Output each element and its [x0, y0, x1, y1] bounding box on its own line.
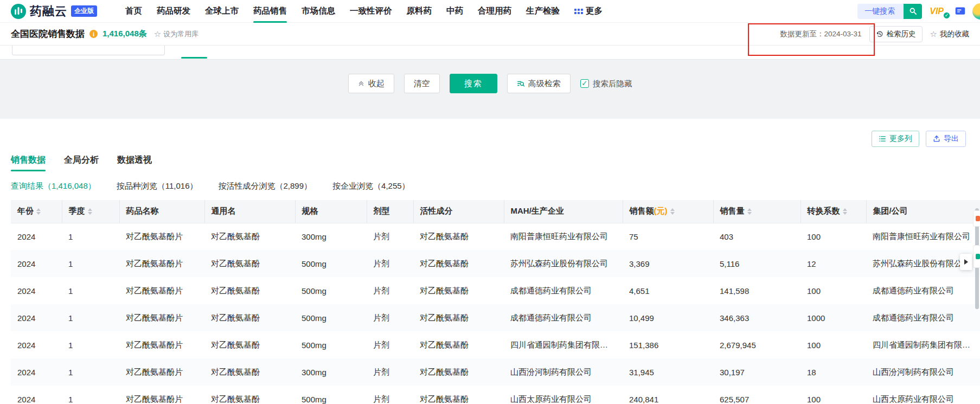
- search-icon-button[interactable]: [904, 4, 922, 19]
- column-label: 销售额: [630, 206, 654, 215]
- nav-item-more[interactable]: 更多: [574, 0, 603, 23]
- tab-sales-data[interactable]: 销售数据: [11, 155, 46, 171]
- nav-item-market-info[interactable]: 市场信息: [302, 0, 335, 23]
- table-cell: 对乙酰氨基酚: [204, 386, 295, 404]
- my-collection-label: 我的收藏: [940, 29, 969, 39]
- nav-item-drug-rd[interactable]: 药品研发: [157, 0, 190, 23]
- hide-after-search-label: 搜索后隐藏: [593, 79, 632, 89]
- sort-icon[interactable]: [747, 208, 752, 215]
- table-cell: 对乙酰氨基酚片: [119, 358, 204, 386]
- info-icon[interactable]: i: [89, 30, 98, 38]
- table-row[interactable]: 20241对乙酰氨基酚片对乙酰氨基酚500mg片剂对乙酰氨基酚苏州弘森药业股份有…: [11, 250, 980, 277]
- table-cell: 2024: [11, 250, 62, 277]
- logo[interactable]: 药融云 企业版: [11, 3, 97, 20]
- sort-icon[interactable]: [670, 208, 675, 215]
- table-cell: 100: [800, 331, 866, 358]
- table-cell: 10,499: [623, 304, 713, 331]
- column-label: 规格: [302, 206, 318, 215]
- nav-item-drug-sales[interactable]: 药品销售: [253, 0, 287, 23]
- table-row[interactable]: 20241对乙酰氨基酚片对乙酰氨基酚300mg片剂对乙酰氨基酚山西汾河制药有限公…: [11, 358, 980, 386]
- nav-item-home[interactable]: 首页: [125, 0, 142, 23]
- table-cell: 2024: [11, 304, 62, 331]
- check-icon: ✓: [943, 12, 950, 19]
- table-cell: 100: [800, 277, 866, 304]
- column-label: 剂型: [374, 206, 390, 215]
- data-updated-text: 数据更新至：2024-03-31: [780, 29, 861, 39]
- tab-global-analysis[interactable]: 全局分析: [64, 155, 99, 171]
- sort-icon[interactable]: [88, 208, 92, 215]
- table-cell: 2024: [11, 223, 62, 250]
- column-unit: (元): [654, 206, 668, 215]
- column-header[interactable]: 销售额(元): [623, 200, 713, 223]
- search-input-fragment[interactable]: [12, 46, 165, 55]
- avatar[interactable]: [972, 3, 980, 20]
- column-header[interactable]: 转换系数: [800, 200, 866, 223]
- advanced-search-button[interactable]: 高级检索: [507, 74, 571, 93]
- record-count: 1,416,048条: [103, 29, 147, 39]
- more-columns-button[interactable]: 更多列: [872, 131, 919, 147]
- nav-item-rational-use[interactable]: 合理用药: [478, 0, 511, 23]
- table-cell: 成都通德药业有限公司: [866, 277, 980, 304]
- hide-after-search-checkbox[interactable]: [580, 79, 589, 88]
- nav-item-label: 中药: [446, 5, 463, 17]
- table-row[interactable]: 20241对乙酰氨基酚片对乙酰氨基酚500mg片剂对乙酰氨基酚四川省通园制药集团…: [11, 331, 980, 358]
- edge-widget-icon: [976, 254, 980, 259]
- table-body: 20241对乙酰氨基酚片对乙酰氨基酚300mg片剂对乙酰氨基酚南阳普康恒旺药业有…: [11, 223, 980, 404]
- table-cell: 346,363: [713, 304, 800, 331]
- table-cell: 对乙酰氨基酚: [204, 277, 295, 304]
- nav-item-tcm[interactable]: 中药: [446, 0, 463, 23]
- nav-item-label: 原料药: [407, 5, 432, 17]
- result-link-by-product[interactable]: 按品种浏览（11,016）: [117, 181, 198, 191]
- column-header[interactable]: 季度: [62, 200, 119, 223]
- edge-widget-fragment-top[interactable]: [973, 210, 980, 227]
- workbench-icon[interactable]: [955, 5, 966, 17]
- column-header[interactable]: 销售量: [713, 200, 800, 223]
- table-cell: 片剂: [367, 331, 413, 358]
- column-label: 通用名: [212, 206, 236, 215]
- table-cell: 对乙酰氨基酚: [204, 331, 295, 358]
- search-button[interactable]: 搜索: [450, 74, 497, 93]
- vip-badge[interactable]: VIP ✓: [930, 7, 947, 16]
- nav-item-label: 合理用药: [478, 5, 511, 17]
- result-link-by-company[interactable]: 按企业浏览（4,255）: [332, 181, 410, 191]
- star-outline-icon: ☆: [154, 29, 161, 39]
- sort-icon[interactable]: [36, 208, 41, 215]
- result-link-by-ingredient[interactable]: 按活性成分浏览（2,899）: [219, 181, 312, 191]
- hide-after-search-toggle[interactable]: 搜索后隐藏: [580, 79, 632, 89]
- column-header: 药品名称: [119, 200, 204, 223]
- table-cell: 对乙酰氨基酚片: [119, 277, 204, 304]
- table-cell: 对乙酰氨基酚: [413, 223, 504, 250]
- edge-widget-fragment-bottom[interactable]: [973, 245, 980, 268]
- my-collection-button[interactable]: ☆ 我的收藏: [930, 29, 969, 39]
- table-cell: 成都通德药业有限公司: [504, 277, 623, 304]
- table-cell: 1: [62, 223, 119, 250]
- table-row[interactable]: 20241对乙酰氨基酚片对乙酰氨基酚500mg片剂对乙酰氨基酚成都通德药业有限公…: [11, 304, 980, 331]
- result-link-query: 查询结果（1,416,048）: [11, 181, 96, 191]
- table-cell: 四川省通园制药集团有限…: [866, 331, 980, 358]
- set-favorite-button[interactable]: ☆ 设为常用库: [154, 29, 198, 39]
- table-cell: 1: [62, 331, 119, 358]
- column-header: MAH/生产企业: [504, 200, 623, 223]
- column-label: 季度: [69, 206, 85, 215]
- clear-button[interactable]: 清空: [404, 74, 440, 93]
- table-row[interactable]: 20241对乙酰氨基酚片对乙酰氨基酚500mg片剂对乙酰氨基酚山西太原药业有限公…: [11, 386, 980, 404]
- tab-data-pivot[interactable]: 数据透视: [117, 155, 152, 171]
- nav-item-consistency-eval[interactable]: 一致性评价: [350, 0, 392, 23]
- logo-text: 药融云: [30, 3, 67, 20]
- nav-item-api[interactable]: 原料药: [407, 0, 432, 23]
- table-cell: 2024: [11, 358, 62, 386]
- grid-more-icon: [574, 9, 583, 14]
- search-history-button[interactable]: 检索历史: [869, 26, 923, 42]
- column-header[interactable]: 年份: [11, 200, 62, 223]
- table-row[interactable]: 20241对乙酰氨基酚片对乙酰氨基酚500mg片剂对乙酰氨基酚成都通德药业有限公…: [11, 277, 980, 304]
- quick-search[interactable]: 一键搜索: [857, 4, 922, 19]
- collapse-button[interactable]: 收起: [348, 74, 394, 93]
- sort-icon[interactable]: [843, 208, 847, 215]
- table-row[interactable]: 20241对乙酰氨基酚片对乙酰氨基酚300mg片剂对乙酰氨基酚南阳普康恒旺药业有…: [11, 223, 980, 250]
- table-cell: 对乙酰氨基酚: [413, 250, 504, 277]
- top-nav: 药融云 企业版 首页药品研发全球上市药品销售市场信息一致性评价原料药中药合理用药…: [0, 0, 980, 23]
- nav-item-production-test[interactable]: 生产检验: [526, 0, 560, 23]
- export-button[interactable]: 导出: [926, 131, 966, 147]
- expand-panel-handle[interactable]: [960, 254, 972, 270]
- nav-item-global-launch[interactable]: 全球上市: [205, 0, 239, 23]
